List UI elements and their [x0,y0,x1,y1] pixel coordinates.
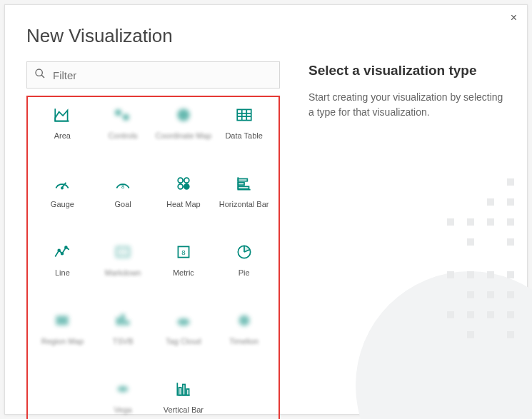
svg-point-35 [118,386,129,393]
svg-rect-19 [238,179,247,181]
svg-point-15 [178,178,183,183]
right-panel-description: Start creating your visualization by sel… [308,90,506,120]
vis-type-controls[interactable]: Controls [93,104,154,160]
vis-type-goal[interactable]: 8 Goal [93,173,154,228]
vis-type-region-map[interactable]: Region Map [32,310,93,365]
svg-line-1 [41,75,44,78]
vis-type-pie[interactable]: Pie [214,241,274,297]
svg-point-3 [124,115,129,120]
metric-icon: 8 [173,241,194,263]
svg-point-11 [61,187,63,188]
svg-rect-38 [186,389,189,395]
vis-label: Timelion [229,337,259,345]
vis-label: Line [55,268,70,277]
svg-point-24 [65,246,67,248]
heat-map-icon [173,173,194,194]
svg-point-18 [184,184,189,189]
svg-point-23 [61,253,64,255]
goal-icon: 8 [112,173,134,194]
svg-point-16 [184,178,189,183]
vis-type-tsvb[interactable]: TSVB [93,310,154,365]
area-chart-icon [51,104,73,126]
coordinate-map-icon [173,104,194,126]
search-icon [34,68,46,82]
svg-rect-32 [56,316,69,325]
filter-input[interactable] [51,69,272,82]
vis-label: Coordinate Map [156,131,211,140]
vertical-bar-icon [173,378,194,400]
vis-type-markdown[interactable]: T Markdown [93,241,154,297]
timelion-icon [234,310,255,331]
svg-rect-36 [179,388,181,395]
filter-search-box[interactable] [26,61,280,89]
vis-type-vega[interactable]: Vega [93,378,154,419]
svg-line-12 [58,185,59,186]
svg-point-34 [239,315,249,325]
vis-type-data-table[interactable]: Data Table [214,104,274,160]
vis-label: Metric [173,268,194,277]
visualization-type-grid: Area Controls Coordinate Map [26,96,280,419]
vis-label: Horizontal Bar [219,200,269,208]
data-table-icon [234,104,255,126]
vis-type-timelion[interactable]: Timelion [214,310,274,365]
vis-label: Markdown [105,268,141,277]
svg-text:8: 8 [121,183,124,190]
svg-rect-5 [237,109,251,120]
tag-cloud-icon [173,310,194,331]
svg-rect-20 [238,183,244,185]
svg-text:8: 8 [181,248,185,256]
vis-type-heat-map[interactable]: Heat Map [154,173,214,228]
vis-label: TSVB [113,337,134,345]
vis-label: Goal [115,200,131,208]
svg-point-4 [177,108,189,121]
modal-title: New Visualization [5,5,527,47]
controls-icon [112,104,134,126]
tsvb-icon [112,310,134,331]
region-map-icon [51,310,73,331]
svg-rect-21 [238,186,249,188]
svg-rect-37 [183,385,185,395]
vis-type-vertical-bar[interactable]: Vertical Bar [154,378,214,419]
svg-point-0 [36,69,42,76]
svg-point-2 [116,111,121,116]
line-chart-icon [51,241,73,263]
close-button[interactable]: × [511,12,517,24]
vis-label: Vega [114,405,132,414]
vis-label: Controls [109,131,138,140]
vis-label: Tag Cloud [166,337,201,345]
markdown-icon: T [112,241,134,263]
vis-label: Gauge [51,200,74,208]
vis-label: Data Table [225,131,262,140]
vis-label: Heat Map [166,200,201,208]
vis-type-metric[interactable]: 8 Metric [154,241,214,297]
vis-type-horizontal-bar[interactable]: Horizontal Bar [214,173,274,228]
svg-point-22 [59,249,61,251]
vis-type-tag-cloud[interactable]: Tag Cloud [154,310,214,365]
vis-label: Area [54,131,71,140]
pie-chart-icon [234,241,255,263]
vis-type-gauge[interactable]: Gauge [32,173,93,228]
svg-text:T: T [121,249,125,256]
svg-point-33 [177,318,189,326]
vis-label: Region Map [41,337,84,345]
vis-label: Vertical Bar [164,405,204,414]
vis-type-line[interactable]: Line [32,241,93,297]
horizontal-bar-icon [234,173,255,194]
gauge-icon [51,173,73,194]
right-panel-heading: Select a visualization type [308,63,506,79]
vis-type-coordinate-map[interactable]: Coordinate Map [154,104,214,160]
svg-line-13 [66,185,67,186]
vis-label: Pie [239,268,250,277]
new-visualization-modal: × New Visualization Area [4,4,528,415]
vega-icon [112,378,134,400]
vis-type-area[interactable]: Area [32,104,93,160]
svg-point-17 [178,184,183,189]
